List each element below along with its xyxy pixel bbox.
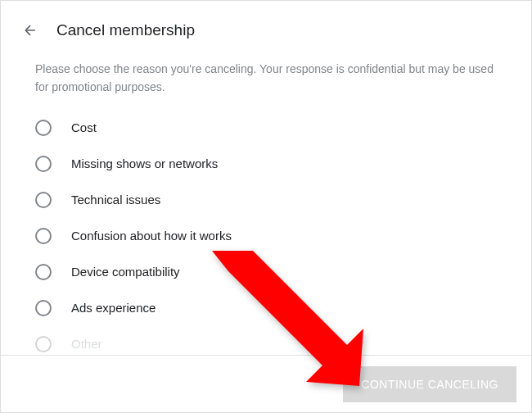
description-text: Please choose the reason you're cancelin… bbox=[35, 60, 497, 97]
radio-option-technical[interactable]: Technical issues bbox=[35, 192, 497, 208]
cancel-membership-dialog: Cancel membership Please choose the reas… bbox=[0, 0, 532, 413]
radio-option-cost[interactable]: Cost bbox=[35, 120, 497, 136]
radio-label: Confusion about how it works bbox=[71, 229, 232, 243]
radio-option-device[interactable]: Device compatibility bbox=[35, 264, 497, 280]
radio-label: Ads experience bbox=[71, 301, 156, 315]
dialog-header: Cancel membership bbox=[1, 1, 531, 47]
radio-icon bbox=[35, 192, 52, 208]
radio-icon bbox=[35, 156, 52, 172]
radio-option-other[interactable]: Other bbox=[35, 336, 497, 352]
radio-icon bbox=[35, 228, 52, 244]
radio-label: Technical issues bbox=[71, 193, 160, 206]
radio-icon bbox=[35, 120, 52, 136]
radio-label: Device compatibility bbox=[71, 265, 180, 279]
continue-canceling-button[interactable]: CONTINUE CANCELING bbox=[343, 366, 516, 402]
reason-radio-list: Cost Missing shows or networks Technical… bbox=[35, 120, 497, 352]
radio-icon bbox=[35, 300, 52, 316]
radio-option-confusion[interactable]: Confusion about how it works bbox=[35, 228, 497, 244]
back-arrow-icon[interactable] bbox=[20, 20, 40, 40]
radio-label: Missing shows or networks bbox=[71, 157, 218, 170]
radio-label: Other bbox=[71, 337, 102, 351]
radio-option-ads[interactable]: Ads experience bbox=[35, 300, 497, 316]
dialog-content: Please choose the reason you're cancelin… bbox=[1, 47, 531, 366]
radio-icon bbox=[35, 264, 52, 280]
page-title: Cancel membership bbox=[56, 21, 195, 39]
dialog-footer: CONTINUE CANCELING bbox=[1, 355, 531, 412]
radio-option-missing-shows[interactable]: Missing shows or networks bbox=[35, 156, 497, 172]
radio-label: Cost bbox=[71, 120, 97, 134]
radio-icon bbox=[35, 336, 52, 352]
